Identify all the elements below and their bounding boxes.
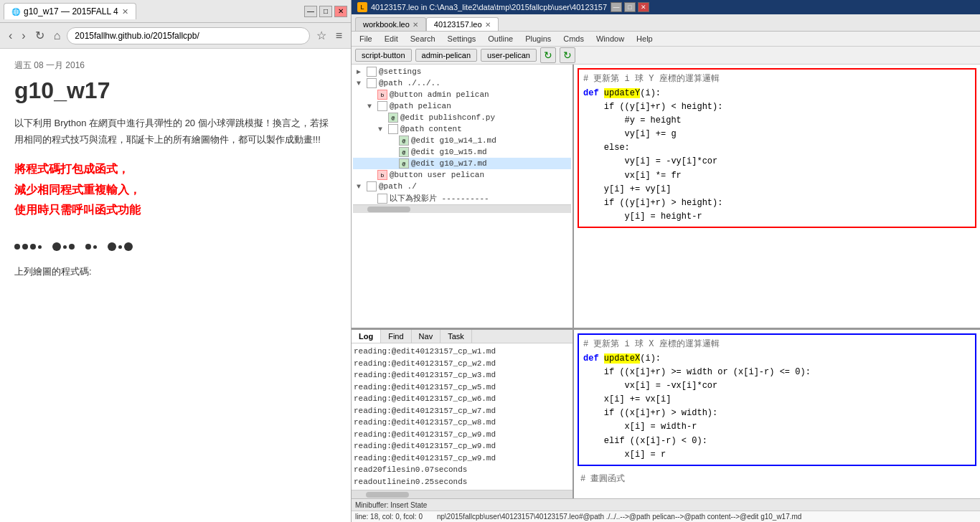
- leo-tab-40123157[interactable]: 40123157.leo ✕: [426, 17, 499, 31]
- browser-tab-close[interactable]: ✕: [122, 7, 128, 16]
- tree-arrow-pelican[interactable]: ▼: [367, 103, 377, 110]
- tree-label-path-content: @path content: [400, 125, 462, 133]
- page-title: g10_w17: [14, 77, 336, 104]
- log-line-4: reading:@edit40123157_cp_w5.md: [354, 381, 570, 394]
- leo-tab-workbook-close[interactable]: ✕: [413, 21, 418, 29]
- tree-item-settings[interactable]: ▶ @settings: [353, 66, 571, 77]
- log-tab-task[interactable]: Task: [440, 330, 472, 343]
- browser-date: 週五 08 一月 2016: [14, 60, 336, 72]
- reload-button[interactable]: ↻: [32, 27, 47, 44]
- menu-outline[interactable]: Outline: [484, 33, 517, 44]
- log-line-2: reading:@edit40123157_cp_w2.md: [354, 358, 570, 370]
- tree-item-slides[interactable]: 以下為投影片 ----------: [353, 192, 571, 204]
- leo-tree-panel: ▶ @settings ▼ @path ./../.. b @button ad…: [352, 65, 574, 328]
- tree-icon-path-pelican: [377, 101, 387, 111]
- menu-help[interactable]: Help: [632, 33, 657, 44]
- log-line-11: read20filesin0.07seconds: [354, 464, 570, 476]
- menu-file[interactable]: File: [355, 33, 377, 44]
- tree-hscrollbar-thumb[interactable]: [367, 207, 410, 212]
- tree-item-path-root[interactable]: ▼ @path ./../..: [353, 77, 571, 89]
- log-hscrollbar[interactable]: [352, 490, 573, 498]
- code-line-x6: x[i] = width-r: [583, 420, 971, 434]
- tree-item-path-content[interactable]: ▼ @path content: [353, 123, 571, 135]
- bookmark-button[interactable]: ☆: [314, 27, 329, 44]
- code-line-x7: elif ((x[i]-r) < 0):: [583, 435, 971, 448]
- tree-arrow-path-dot[interactable]: ▼: [357, 183, 367, 191]
- tree-item-edit-w15[interactable]: @ @edit g10_w15.md: [353, 146, 571, 158]
- tree-item-button-admin[interactable]: b @button admin pelican: [353, 89, 571, 100]
- forward-icon[interactable]: ↻: [560, 47, 575, 63]
- leo-code-upper[interactable]: # 更新第 i 球 Y 座標的運算邏輯 def updateY(i): if (…: [574, 65, 980, 328]
- address-bar[interactable]: 2015fallhw.github.io/2015fallcpb/: [67, 27, 309, 44]
- tree-arrow-settings[interactable]: ▶: [357, 67, 367, 76]
- browser-close-button[interactable]: ✕: [334, 6, 347, 17]
- code-line-x3: vx[i] = -vx[i]*cor: [583, 379, 971, 393]
- tree-arrow-admin: [367, 91, 377, 99]
- tree-label-button-user: @button user pelican: [390, 171, 484, 179]
- code-comment-updateY: # 更新第 i 球 Y 座標的運算邏輯: [583, 72, 971, 86]
- leo-title-text: 40123157.leo in C:\Ana3_lite2\data\tmp\2…: [371, 3, 607, 11]
- tree-arrow-content[interactable]: ▼: [378, 125, 388, 133]
- code-line-7: vx[i] *= fr: [583, 169, 971, 183]
- menu-search[interactable]: Search: [406, 33, 440, 44]
- page-description: 以下利用 Brython 在網頁中進行具彈性的 20 個小球彈跳模擬！換言之，若…: [14, 115, 336, 148]
- browser-maximize-button[interactable]: □: [319, 6, 332, 17]
- log-line-6: reading:@edit40123157_cp_w7.md: [354, 405, 570, 417]
- tree-item-edit-w17[interactable]: @ @edit g10_w17.md: [353, 158, 571, 169]
- tree-item-path-dot[interactable]: ▼ @path ./: [353, 181, 571, 192]
- back-button[interactable]: ‹: [6, 28, 15, 44]
- log-hscrollbar-thumb[interactable]: [366, 492, 409, 498]
- menu-button[interactable]: ≡: [333, 28, 345, 44]
- log-tab-nav[interactable]: Nav: [412, 330, 441, 343]
- tree-icon-edit-w17: @: [399, 158, 409, 169]
- code-block-updateY: # 更新第 i 球 Y 座標的運算邏輯 def updateY(i): if (…: [578, 68, 976, 228]
- leo-toolbar: script-button admin-pelican user-pelican…: [352, 47, 980, 65]
- tree-arrow-path-root[interactable]: ▼: [357, 80, 367, 87]
- leo-breadcrumb-bar: line: 18, col: 0, fcol: 0 np\2015fallcpb…: [352, 511, 980, 522]
- forward-button[interactable]: ›: [19, 28, 28, 44]
- log-line-12: readoutlinein0.25seconds: [354, 476, 570, 488]
- leo-maximize-button[interactable]: □: [624, 2, 636, 12]
- browser-tab[interactable]: 🌐 g10_w17 — 2015FALL 4 ✕: [4, 3, 136, 19]
- tree-label-path-root: @path ./../..: [379, 79, 440, 87]
- leo-minimize-button[interactable]: —: [611, 2, 622, 12]
- leo-statusbar: Minibuffer: Insert State: [352, 498, 980, 511]
- home-button[interactable]: ⌂: [51, 28, 64, 44]
- log-tab-find[interactable]: Find: [381, 330, 411, 343]
- browser-panel: 🌐 g10_w17 — 2015FALL 4 ✕ — □ ✕ ‹ › ↻ ⌂ 2…: [0, 0, 352, 522]
- menu-plugins[interactable]: Plugins: [521, 33, 555, 44]
- menu-window[interactable]: Window: [592, 33, 628, 44]
- user-pelican-button[interactable]: user-pelican: [481, 49, 537, 62]
- menu-edit[interactable]: Edit: [380, 33, 402, 44]
- tree-item-edit-w14[interactable]: @ @edit g10_w14_1.md: [353, 135, 571, 146]
- tree-item-button-user[interactable]: b @button user pelican: [353, 169, 571, 181]
- code-line-x2: if ((x[i]+r) >= width or (x[i]-r) <= 0):: [583, 366, 971, 379]
- log-tab-log[interactable]: Log: [352, 330, 381, 343]
- leo-body-lower[interactable]: # 更新第 i 球 X 座標的運算邏輯 def updateX(i): if (…: [574, 330, 980, 498]
- leo-tab-40123157-close[interactable]: ✕: [485, 21, 491, 29]
- tree-item-path-pelican[interactable]: ▼ @path pelican: [353, 100, 571, 112]
- tree-hscrollbar[interactable]: [353, 204, 571, 213]
- leo-close-button[interactable]: ✕: [638, 2, 649, 12]
- admin-pelican-button[interactable]: admin-pelican: [415, 49, 477, 62]
- menu-settings[interactable]: Settings: [443, 33, 481, 44]
- code-line-2: if ((y[i]+r) < height):: [583, 100, 971, 114]
- browser-minimize-button[interactable]: —: [304, 6, 317, 17]
- tree-arrow-slides: [367, 194, 377, 202]
- log-line-10: reading:@edit40123157_cp_w9.md: [354, 452, 570, 465]
- leo-lower-pane: Log Find Nav Task reading:@edit40123157_…: [352, 330, 980, 498]
- browser-tab-title: g10_w17 — 2015FALL 4: [24, 6, 118, 16]
- leo-tab-workbook[interactable]: workbook.leo ✕: [355, 17, 426, 31]
- tree-item-edit-publishconf[interactable]: @ @edit publishconf.py: [353, 112, 571, 123]
- log-line-7: reading:@edit40123157_cp_w8.md: [354, 417, 570, 429]
- tree-label-path-dot: @path ./: [379, 182, 417, 191]
- minibuffer-label: Minibuffer: Insert State: [355, 501, 427, 509]
- tree-label-slides: 以下為投影片 ----------: [390, 193, 489, 204]
- script-button[interactable]: script-button: [355, 49, 412, 62]
- refresh-icon[interactable]: ↻: [540, 47, 556, 63]
- tree-icon-settings: [367, 67, 377, 77]
- menu-cmds[interactable]: Cmds: [559, 33, 588, 44]
- leo-position: line: 18, col: 0, fcol: 0: [355, 513, 423, 521]
- browser-titlebar: 🌐 g10_w17 — 2015FALL 4 ✕ — □ ✕: [0, 0, 351, 23]
- leo-breadcrumb: np\2015fallcpb\user\40123157\40123157.le…: [437, 513, 976, 521]
